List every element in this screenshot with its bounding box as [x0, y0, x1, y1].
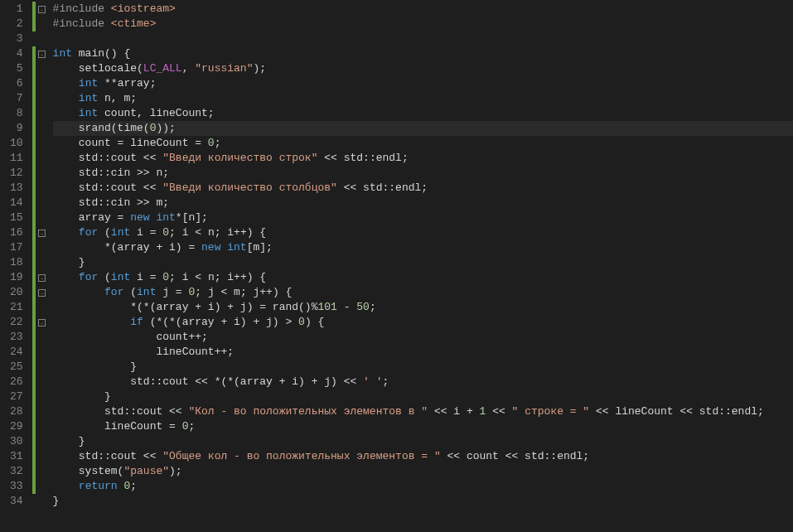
code-editor[interactable]: 1234567891011121314151617181920212223242… — [0, 0, 793, 532]
code-line[interactable]: int main() { — [53, 46, 793, 61]
line-number: 4 — [10, 46, 23, 61]
code-line[interactable]: srand(time(0)); — [53, 121, 793, 136]
code-line[interactable]: #include <ctime> — [53, 17, 793, 31]
token-type: int — [79, 107, 98, 119]
code-line[interactable] — [53, 31, 793, 46]
code-line[interactable]: } — [53, 255, 793, 270]
fold-toggle[interactable]: - — [36, 285, 48, 300]
code-line[interactable]: if (*(*(array + i) + j) > 0) { — [53, 315, 793, 330]
token-type: int — [79, 92, 98, 104]
token-id: j = — [156, 286, 188, 298]
token-id: [m]; — [247, 241, 273, 254]
code-line[interactable]: std::cout << "Введи количество строк" <<… — [53, 151, 793, 166]
change-marker — [32, 464, 36, 479]
change-marker — [32, 419, 36, 434]
code-line[interactable]: } — [53, 494, 793, 509]
fold-minus-icon[interactable]: - — [38, 319, 46, 326]
fold-toggle[interactable]: - — [36, 225, 48, 240]
line-number: 13 — [10, 181, 23, 196]
change-marker — [32, 389, 36, 404]
line-number: 23 — [10, 330, 23, 345]
token-id: setlocale( — [53, 62, 143, 75]
code-line[interactable]: array = new int*[n]; — [53, 210, 793, 225]
token-id: ; — [188, 420, 195, 433]
fold-minus-icon[interactable]: - — [38, 230, 46, 237]
change-marker — [32, 240, 36, 255]
token-id: << lineCount << std::endl; — [589, 405, 764, 418]
fold-toggle[interactable]: - — [36, 46, 48, 61]
token-id: *(*(array + i) + j) = rand()% — [53, 301, 318, 313]
line-number: 5 — [10, 61, 23, 76]
fold-toggle[interactable]: - — [36, 315, 48, 330]
change-marker — [32, 449, 36, 464]
token-id: } — [53, 390, 111, 403]
token-id: ; — [382, 375, 389, 388]
token-id: array = — [53, 211, 131, 224]
code-line[interactable]: #include <iostream> — [53, 2, 793, 17]
fold-minus-icon[interactable]: - — [38, 274, 46, 282]
code-line[interactable]: lineCount = 0; — [53, 419, 793, 434]
code-line[interactable]: *(array + i) = new int[m]; — [53, 240, 793, 255]
code-line[interactable]: } — [53, 360, 793, 375]
code-line[interactable]: std::cout << "Кол - во положительных эле… — [53, 404, 793, 419]
code-line[interactable]: lineCount++; — [53, 345, 793, 360]
fold-minus-icon[interactable]: - — [38, 6, 46, 13]
code-line[interactable]: std::cout << "Общее кол - во положительн… — [53, 449, 793, 464]
token-str: ' ' — [363, 375, 382, 388]
change-marker — [32, 315, 36, 330]
token-id: ( — [123, 286, 137, 298]
fold-toggle[interactable]: - — [36, 2, 48, 17]
code-line[interactable]: setlocale(LC_ALL, "russian"); — [53, 61, 793, 76]
line-number-gutter: 1234567891011121314151617181920212223242… — [0, 0, 31, 532]
token-id — [53, 92, 79, 104]
token-str: " строке = " — [512, 405, 590, 418]
code-line[interactable]: int count, lineCount; — [53, 106, 793, 121]
code-line[interactable]: for (int i = 0; i < n; i++) { — [53, 225, 793, 240]
code-line[interactable]: return 0; — [53, 479, 793, 494]
fold-toggle[interactable]: - — [36, 270, 48, 285]
line-number: 18 — [10, 255, 23, 270]
token-id: << std::endl; — [337, 181, 428, 194]
token-num: 50 — [356, 301, 370, 313]
fold-toggle — [36, 479, 48, 494]
token-id: } — [53, 256, 85, 268]
fold-minus-icon[interactable]: - — [38, 289, 46, 297]
token-type: int — [111, 226, 130, 239]
code-line[interactable]: for (int j = 0; j < m; j++) { — [53, 285, 793, 300]
code-line[interactable]: system("pause"); — [53, 464, 793, 479]
code-line[interactable]: std::cin >> n; — [53, 166, 793, 181]
fold-toggle — [36, 360, 48, 375]
line-number: 9 — [10, 121, 23, 136]
token-inc: #include — [53, 2, 111, 15]
token-id — [53, 226, 79, 239]
line-number: 26 — [10, 375, 23, 389]
token-type: int — [137, 286, 156, 298]
token-kw: new — [201, 241, 220, 254]
token-id: ) { — [305, 316, 324, 328]
token-id: << count << std::endl; — [441, 450, 589, 462]
change-marker — [32, 285, 36, 300]
code-line[interactable]: std::cout << *(*(array + i) + j) << ' '; — [53, 375, 793, 389]
code-line[interactable]: int **array; — [53, 76, 793, 91]
token-kw: for — [104, 286, 123, 298]
fold-minus-icon[interactable]: - — [38, 51, 46, 58]
code-line[interactable]: std::cin >> m; — [53, 196, 793, 210]
token-num: 0 — [208, 137, 215, 149]
token-type: int — [111, 271, 130, 283]
code-line[interactable]: *(*(array + i) + j) = rand()%101 - 50; — [53, 300, 793, 315]
token-id — [53, 480, 79, 492]
token-id — [53, 316, 131, 328]
code-line[interactable]: count++; — [53, 330, 793, 345]
code-line[interactable]: for (int i = 0; i < n; i++) { — [53, 270, 793, 285]
token-id — [53, 77, 79, 89]
change-marker — [32, 166, 36, 181]
code-area[interactable]: #include <iostream>#include <ctime>int m… — [48, 0, 793, 532]
token-id: << i + — [428, 405, 479, 418]
line-number: 7 — [10, 91, 23, 106]
line-number: 25 — [10, 360, 23, 375]
code-line[interactable]: std::cout << "Введи количество столбцов"… — [53, 181, 793, 196]
code-line[interactable]: int n, m; — [53, 91, 793, 106]
code-line[interactable]: } — [53, 389, 793, 404]
code-line[interactable]: } — [53, 434, 793, 449]
code-line[interactable]: count = lineCount = 0; — [53, 136, 793, 151]
